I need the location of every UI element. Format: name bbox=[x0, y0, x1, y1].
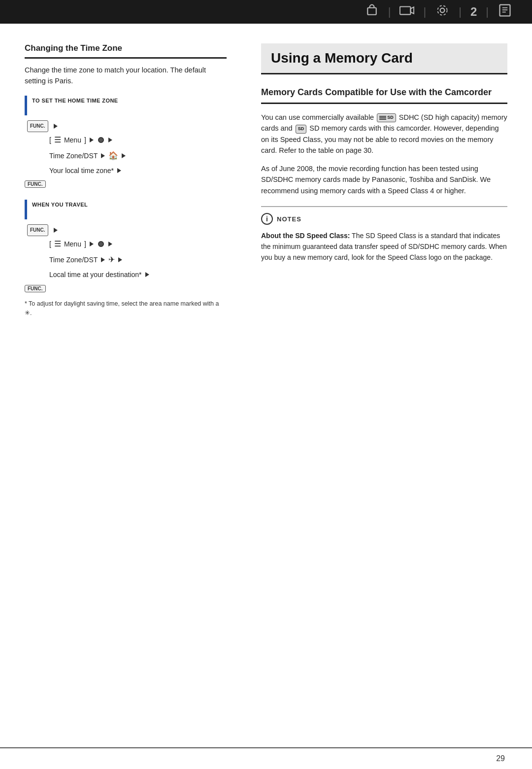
func-close-2: FUNC. bbox=[25, 283, 227, 292]
svg-point-3 bbox=[440, 8, 445, 13]
info-circle-icon: i bbox=[261, 213, 273, 225]
sub-heading-text-2: When you travel bbox=[32, 200, 88, 209]
right-body-para2: As of June 2008, the movie recording fun… bbox=[261, 163, 507, 196]
arrow-tz-1 bbox=[101, 153, 105, 158]
menu-word-2: Menu bbox=[64, 237, 81, 251]
menu-bracket-close-1: ] bbox=[84, 133, 86, 147]
svg-rect-0 bbox=[367, 8, 376, 15]
arrow-2 bbox=[54, 228, 58, 233]
func-row-1: FUNC. bbox=[25, 120, 227, 132]
footnote: * To adjust for daylight saving time, se… bbox=[25, 299, 227, 318]
left-section-title: Changing the Time Zone bbox=[25, 43, 227, 59]
right-body-para1: You can use commercially available SD SD… bbox=[261, 112, 507, 156]
sd-line-3 bbox=[379, 119, 386, 120]
sub-heading-home-timezone: To set the home time zone bbox=[25, 96, 227, 115]
func-block-2: FUNC. [ ☰ Menu ] Time Zone/DST ✈ bbox=[25, 224, 227, 292]
book-icon bbox=[498, 3, 512, 20]
step-menu-2: [ ☰ Menu ] Time Zone/DST ✈ Local time at… bbox=[25, 236, 227, 281]
page-content: Changing the Time Zone Change the time z… bbox=[0, 24, 532, 747]
menu-line-2: [ ☰ Menu ] bbox=[49, 236, 227, 252]
dest-time-line-2: Local time at your destination* bbox=[49, 268, 227, 281]
left-body-text: Change the time zone to match your locat… bbox=[25, 65, 227, 87]
dest-icon-2: ✈ bbox=[108, 252, 115, 268]
bottom-bar: 29 bbox=[0, 747, 532, 769]
sdhc-lines bbox=[379, 116, 386, 120]
local-time-line-1: Your local time zone* bbox=[49, 164, 227, 177]
svg-point-4 bbox=[438, 5, 447, 15]
menu-icon-2: ☰ bbox=[54, 236, 61, 252]
menu-line-1: [ ☰ Menu ] bbox=[49, 132, 227, 148]
arrow-dest-2 bbox=[118, 257, 122, 262]
divider4: | bbox=[486, 5, 489, 18]
camera-icon bbox=[399, 3, 414, 20]
func-close-1: FUNC. bbox=[25, 179, 227, 188]
menu-icon-1: ☰ bbox=[54, 132, 61, 148]
circle-dot-1 bbox=[98, 137, 104, 143]
notes-bold-text: About the SD Speed Class: bbox=[261, 232, 350, 240]
func-row-2: FUNC. bbox=[25, 224, 227, 236]
arrow-tz-2 bbox=[101, 257, 105, 262]
sd-small-label: SD bbox=[298, 126, 304, 133]
svg-rect-1 bbox=[400, 7, 411, 15]
page-number: 29 bbox=[496, 754, 505, 763]
circle-dot-2 bbox=[98, 241, 104, 247]
divider3: | bbox=[459, 5, 462, 18]
local-time-label-1: Your local time zone* bbox=[49, 164, 114, 177]
arrow-1 bbox=[54, 124, 58, 129]
arrow-menu-1 bbox=[90, 138, 94, 142]
bag-icon bbox=[365, 3, 379, 20]
top-bar: | | | 2 | bbox=[0, 0, 532, 24]
settings-icon bbox=[435, 3, 450, 20]
func-block-1: FUNC. [ ☰ Menu ] Time Zone/DST 🏠 bbox=[25, 120, 227, 188]
top-icons: | | | 2 | bbox=[365, 3, 512, 20]
arrow-home-1 bbox=[122, 153, 126, 158]
sdhc-card-icon: SD bbox=[377, 113, 396, 122]
notes-body-text: About the SD Speed Class: The SD Speed C… bbox=[261, 231, 507, 263]
menu-word-1: Menu bbox=[64, 133, 81, 147]
func-button-2: FUNC. bbox=[27, 224, 48, 236]
func-button-close-1: FUNC. bbox=[25, 180, 46, 188]
arrow-after-dot-2 bbox=[108, 242, 112, 246]
blue-bar-2 bbox=[25, 200, 27, 219]
divider2: | bbox=[423, 5, 426, 18]
timezone-line-2: Time Zone/DST ✈ bbox=[49, 252, 227, 268]
timezone-label-1: Time Zone/DST bbox=[49, 149, 98, 163]
sd-line-2 bbox=[379, 117, 386, 118]
blue-bar-1 bbox=[25, 96, 27, 115]
timezone-label-2: Time Zone/DST bbox=[49, 253, 98, 267]
svg-marker-2 bbox=[411, 7, 414, 13]
right-section-title: Memory Cards Compatible for Use with the… bbox=[261, 87, 507, 104]
sub-heading-travel: When you travel bbox=[25, 200, 227, 219]
sd-line-1 bbox=[379, 116, 386, 117]
notes-label: Notes bbox=[277, 215, 301, 223]
sub-heading-text-1: To set the home time zone bbox=[32, 96, 118, 105]
arrow-local-1 bbox=[117, 168, 121, 173]
chapter-title-box: Using a Memory Card bbox=[261, 43, 507, 74]
notes-section: i Notes About the SD Speed Class: The SD… bbox=[261, 206, 507, 263]
arrow-dest-time-2 bbox=[145, 272, 149, 277]
menu-bracket-close-2: ] bbox=[84, 237, 86, 251]
home-icon-1: 🏠 bbox=[108, 148, 118, 164]
menu-bracket-open-2: [ bbox=[49, 237, 51, 251]
right-column: Using a Memory Card Memory Cards Compati… bbox=[256, 43, 507, 728]
chapter-title: Using a Memory Card bbox=[271, 50, 413, 66]
arrow-after-dot-1 bbox=[108, 138, 112, 142]
arrow-menu-2 bbox=[90, 242, 94, 246]
timezone-line-1: Time Zone/DST 🏠 bbox=[49, 148, 227, 164]
divider1: | bbox=[388, 5, 391, 18]
step-menu-1: [ ☰ Menu ] Time Zone/DST 🏠 Your local ti… bbox=[25, 132, 227, 177]
sd-card-icon: SD bbox=[296, 125, 307, 134]
left-column: Changing the Time Zone Change the time z… bbox=[25, 43, 236, 728]
notes-header: i Notes bbox=[261, 213, 507, 225]
sdhc-label: SD bbox=[387, 114, 394, 121]
func-button-close-2: FUNC. bbox=[25, 285, 46, 292]
dest-time-label-2: Local time at your destination* bbox=[49, 268, 142, 281]
number2-icon: 2 bbox=[470, 5, 477, 19]
menu-bracket-open-1: [ bbox=[49, 133, 51, 147]
func-button-1: FUNC. bbox=[27, 120, 48, 132]
